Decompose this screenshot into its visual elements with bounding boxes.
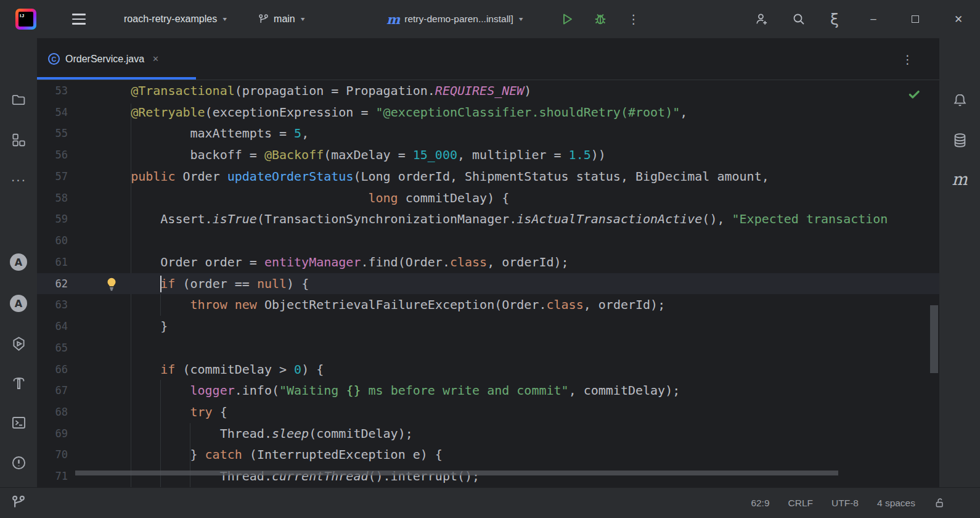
line-number[interactable]: 63 bbox=[37, 294, 68, 316]
line-number[interactable]: 66 bbox=[37, 359, 68, 380]
line-number[interactable]: 55 bbox=[37, 123, 68, 144]
code-token: @Transactional bbox=[131, 83, 235, 98]
minimize-button[interactable]: – bbox=[853, 0, 894, 38]
hamburger-menu-button[interactable] bbox=[67, 7, 91, 31]
branch-name: main bbox=[274, 14, 295, 25]
problems-tool-button[interactable] bbox=[5, 451, 32, 474]
line-number[interactable]: 67 bbox=[37, 380, 68, 401]
line-number[interactable]: 69 bbox=[37, 423, 68, 445]
terminal-icon bbox=[10, 414, 27, 431]
plugin-a-icon: A bbox=[10, 295, 27, 312]
maven-tool-button[interactable]: m bbox=[946, 168, 973, 190]
vertical-scrollbar[interactable] bbox=[930, 305, 938, 373]
readonly-lock-widget[interactable] bbox=[928, 494, 953, 512]
code-token: long bbox=[368, 191, 398, 205]
right-tool-stripe: m bbox=[939, 38, 980, 487]
more-actions-button[interactable]: ⋮ bbox=[621, 7, 646, 31]
ai-assistant-button[interactable]: ξ bbox=[822, 7, 847, 31]
code-token: class bbox=[547, 297, 584, 312]
branch-selector[interactable]: main ▼ bbox=[252, 7, 312, 31]
project-tool-button[interactable] bbox=[5, 89, 32, 111]
line-number[interactable]: 62 bbox=[37, 273, 68, 295]
encoding-widget[interactable]: UTF-8 bbox=[825, 495, 865, 511]
tab-close-icon[interactable]: ✕ bbox=[152, 54, 159, 64]
inspections-ok-icon[interactable] bbox=[907, 88, 921, 101]
line-number[interactable]: 68 bbox=[37, 401, 68, 423]
line-number[interactable]: 57 bbox=[37, 166, 68, 187]
code-token: if bbox=[160, 362, 175, 377]
code-with-me-button[interactable] bbox=[749, 7, 774, 31]
problems-icon bbox=[10, 454, 27, 471]
code-token: sleep bbox=[272, 426, 309, 441]
caret-position-widget[interactable]: 62:9 bbox=[745, 495, 775, 511]
code-line: 63 throw new ObjectRetrievalFailureExcep… bbox=[37, 294, 939, 316]
code-token: (commitDelay); bbox=[309, 426, 413, 441]
services-tool-button[interactable] bbox=[5, 332, 32, 355]
plugin-a-bottom-button[interactable]: A bbox=[5, 292, 32, 314]
close-button[interactable]: ✕ bbox=[937, 0, 980, 38]
line-number[interactable]: 65 bbox=[37, 337, 68, 359]
code-token: logger bbox=[190, 383, 235, 398]
maximize-button[interactable] bbox=[894, 0, 937, 38]
tab-options-button[interactable]: ⋮ bbox=[902, 38, 913, 80]
code-token: 0 bbox=[294, 362, 301, 377]
tab-orderservice[interactable]: C OrderService.java ✕ bbox=[37, 38, 196, 80]
project-name: roach-retry-examples bbox=[124, 14, 217, 25]
code-token: @Backoff bbox=[264, 147, 324, 162]
code-token: (), bbox=[702, 212, 732, 226]
kebab-icon: ⋮ bbox=[902, 53, 913, 66]
run-button[interactable] bbox=[555, 7, 579, 31]
line-number[interactable]: 70 bbox=[37, 444, 68, 466]
project-selector[interactable]: roach-retry-examples ▼ bbox=[118, 7, 234, 31]
search-everywhere-button[interactable] bbox=[786, 7, 811, 31]
code-token: @Retryable bbox=[131, 105, 205, 120]
code-line: 57 public Order updateOrderStatus(Long o… bbox=[37, 166, 939, 187]
code-token: {} bbox=[346, 383, 361, 398]
code-token: ) bbox=[524, 83, 531, 98]
git-branch-icon bbox=[10, 495, 27, 511]
code-editor[interactable]: 53 @Transactional(propagation = Propagat… bbox=[37, 80, 939, 487]
play-icon bbox=[560, 12, 574, 27]
git-tool-button[interactable] bbox=[5, 491, 32, 514]
line-number[interactable]: 53 bbox=[37, 80, 68, 102]
run-configuration-selector[interactable]: m retry-demo-paren...install] ▼ bbox=[381, 7, 530, 31]
plugin-a-icon: A bbox=[10, 253, 27, 271]
horizontal-scrollbar[interactable] bbox=[75, 471, 838, 475]
terminal-tool-button[interactable] bbox=[5, 411, 32, 434]
line-number[interactable]: 60 bbox=[37, 230, 68, 252]
code-token: , commitDelay); bbox=[569, 383, 680, 398]
more-tool-windows-button[interactable]: ··· bbox=[5, 169, 32, 191]
code-line: 60 bbox=[37, 230, 939, 252]
main-body: ··· A A bbox=[0, 38, 980, 487]
code-line: 66 if (commitDelay > 0) { bbox=[37, 359, 939, 380]
line-number[interactable]: 64 bbox=[37, 316, 68, 337]
code-line: 55 maxAttempts = 5, bbox=[37, 123, 939, 144]
build-tool-button[interactable] bbox=[5, 371, 32, 393]
line-number[interactable]: 71 bbox=[37, 466, 68, 487]
code-token: (order == bbox=[175, 276, 256, 291]
line-number[interactable]: 56 bbox=[37, 144, 68, 166]
kebab-icon: ⋮ bbox=[627, 13, 640, 25]
code-token: , bbox=[301, 126, 309, 141]
code-token: (exceptionExpression = bbox=[205, 105, 376, 120]
indent-widget[interactable]: 4 spaces bbox=[871, 495, 921, 511]
code-text: Order order = entityManager.find(Order.c… bbox=[101, 252, 569, 273]
plugin-a-top-button[interactable]: A bbox=[5, 251, 32, 273]
debug-button[interactable] bbox=[588, 7, 613, 31]
left-tool-stripe: ··· A A bbox=[0, 38, 37, 487]
structure-tool-button[interactable] bbox=[5, 129, 32, 151]
database-tool-button[interactable] bbox=[946, 129, 973, 151]
line-number[interactable]: 59 bbox=[37, 208, 68, 230]
line-number[interactable]: 54 bbox=[37, 102, 68, 123]
code-text: long commitDelay) { bbox=[101, 187, 509, 209]
code-text: logger.info("Waiting {} ms before write … bbox=[101, 380, 680, 401]
code-line: 53 @Transactional(propagation = Propagat… bbox=[37, 80, 939, 102]
code-text: @Retryable(exceptionExpression = "@excep… bbox=[101, 102, 687, 123]
line-separator-widget[interactable]: CRLF bbox=[782, 495, 819, 511]
notifications-button[interactable] bbox=[946, 89, 973, 111]
java-class-icon: C bbox=[48, 53, 60, 65]
line-number[interactable]: 58 bbox=[37, 187, 68, 209]
line-number[interactable]: 61 bbox=[37, 252, 68, 273]
intention-lightbulb-icon[interactable] bbox=[104, 276, 120, 292]
code-token bbox=[101, 191, 368, 205]
